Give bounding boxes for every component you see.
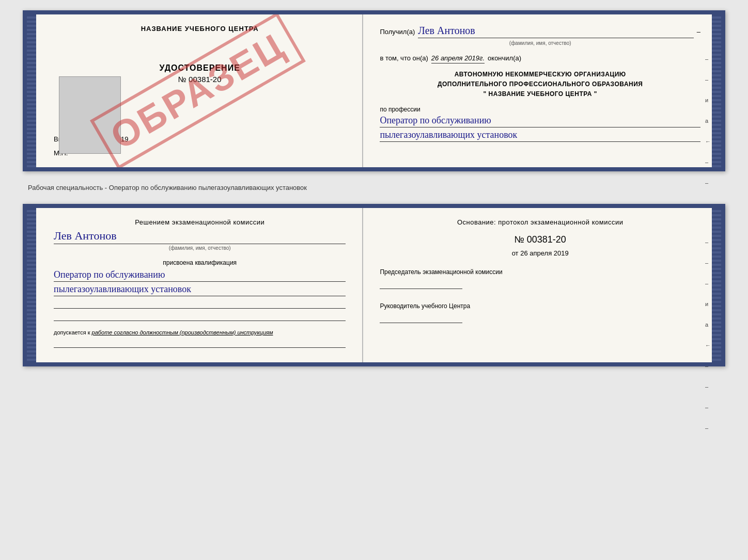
- completion-date: 26 апреля 2019г.: [431, 54, 485, 63]
- prisvoena-block: присвоена квалификация: [54, 259, 346, 266]
- protocol-date: от 26 апреля 2019: [380, 249, 700, 257]
- photo-placeholder: [59, 76, 121, 154]
- bside-dash-3: –: [705, 280, 711, 286]
- okonchil-label: окончил(а): [488, 54, 521, 62]
- bside-dash-1: –: [705, 239, 711, 245]
- poluchil-label: Получил(а): [380, 28, 415, 36]
- udostoverenie-title: УДОСТОВЕРЕНИЕ: [54, 63, 346, 73]
- diploma-right-page: Получил(а) Лев Антонов – (фамилия, имя, …: [363, 14, 721, 167]
- bside-dash-5: –: [705, 383, 711, 390]
- vtom-line: в том, что он(а) 26 апреля 2019г. окончи…: [380, 54, 700, 63]
- side-dash-4: –: [705, 180, 711, 186]
- bottom-right-page: Основание: протокол экзаменационной коми…: [363, 208, 721, 362]
- profession-line1: Оператор по обслуживанию: [380, 115, 700, 127]
- bside-dash-6: –: [705, 404, 711, 410]
- bottom-qualification-line2: пылегазоулавливающих установок: [54, 284, 346, 296]
- side-dash-3: –: [705, 159, 711, 165]
- fio-hint-diploma: (фамилия, имя, отчество): [380, 40, 700, 46]
- predsedatel-block: Председатель экзаменационной комиссии: [380, 267, 700, 289]
- po-professii-label: по профессии: [380, 106, 700, 113]
- recipient-name: Лев Антонов: [418, 25, 693, 38]
- bottom-right-strip: [712, 208, 721, 362]
- bside-dash-4: –: [705, 363, 711, 369]
- bottom-cert: Решением экзаменационной комиссии Лев Ан…: [23, 204, 725, 366]
- bside-i: и: [705, 301, 711, 307]
- fio-hint-bottom: (фамилия, имя, отчество): [54, 245, 346, 251]
- diploma-book: НАЗВАНИЕ УЧЕБНОГО ЦЕНТРА УДОСТОВЕРЕНИЕ №…: [23, 10, 725, 171]
- certificate-container: НАЗВАНИЕ УЧЕБНОГО ЦЕНТРА УДОСТОВЕРЕНИЕ №…: [23, 10, 725, 366]
- side-i: и: [705, 97, 711, 103]
- org-block: АВТОНОМНУЮ НЕКОММЕРЧЕСКУЮ ОРГАНИЗАЦИЮ ДО…: [380, 70, 700, 100]
- vtom-label: в том, что он(а): [380, 54, 428, 62]
- bottom-qualification-line1: Оператор по обслуживанию: [54, 269, 346, 282]
- side-dash-2: –: [705, 76, 711, 83]
- poluchil-line: Получил(а) Лев Антонов –: [380, 25, 700, 38]
- profession-line2: пылегазоулавливающих установок: [380, 130, 700, 142]
- side-a: а: [705, 118, 711, 124]
- predsedatel-signature-line: [380, 281, 462, 289]
- dopuskaetsya-italic: работе согласно должностным (производств…: [92, 329, 273, 335]
- diploma-center-title: НАЗВАНИЕ УЧЕБНОГО ЦЕНТРА: [54, 25, 346, 33]
- side-lines-bottom-right: – – – и а ← – – – –: [705, 239, 711, 431]
- osnovanie-block: Основание: протокол экзаменационной коми…: [380, 218, 700, 226]
- side-dash-1: –: [705, 56, 711, 62]
- predsedatel-label: Председатель экзаменационной комиссии: [380, 267, 700, 277]
- bside-a: а: [705, 322, 711, 328]
- separator-text: Рабочая специальность - Оператор по обсл…: [23, 184, 725, 191]
- side-lines-right: – – и а ← – – – –: [705, 56, 711, 227]
- rukovoditel-block: Руководитель учебного Центра: [380, 301, 700, 323]
- protocol-date-value: 26 апреля 2019: [520, 249, 569, 257]
- bside-dash-2: –: [705, 260, 711, 266]
- resheniem-block: Решением экзаменационной комиссии: [54, 218, 346, 226]
- rukovoditel-label: Руководитель учебного Центра: [380, 301, 700, 311]
- dopuskaetsya-prefix: допускается к: [54, 329, 90, 335]
- right-decorative-strip: [712, 14, 721, 167]
- org-line1: АВТОНОМНУЮ НЕКОММЕРЧЕСКУЮ ОРГАНИЗАЦИЮ: [380, 70, 700, 79]
- org-line3: " НАЗВАНИЕ УЧЕБНОГО ЦЕНТРА ": [380, 89, 700, 99]
- bottom-recipient-name: Лев Антонов: [54, 229, 346, 244]
- dash: –: [697, 28, 700, 36]
- org-line2: ДОПОЛНИТЕЛЬНОГО ПРОФЕССИОНАЛЬНОГО ОБРАЗО…: [380, 79, 700, 89]
- protocol-number: № 00381-20: [380, 234, 700, 245]
- bside-dash-7: –: [705, 425, 711, 431]
- dopuskaetsya-block: допускается к работе согласно должностны…: [54, 329, 346, 335]
- diploma-left-page: НАЗВАНИЕ УЧЕБНОГО ЦЕНТРА УДОСТОВЕРЕНИЕ №…: [33, 14, 363, 167]
- rukovoditel-signature-line: [380, 315, 462, 323]
- side-arrow: ←: [705, 138, 711, 145]
- bottom-left-page: Решением экзаменационной комиссии Лев Ан…: [33, 208, 363, 362]
- bside-arrow: ←: [705, 342, 711, 348]
- ot-label: от: [512, 249, 519, 257]
